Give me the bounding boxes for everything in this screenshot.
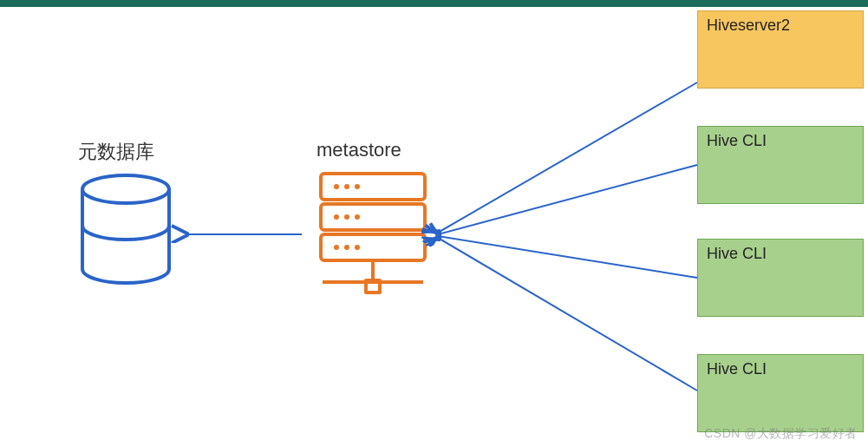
svg-point-7 <box>334 214 339 220</box>
svg-point-11 <box>344 245 349 250</box>
svg-line-20 <box>438 238 697 391</box>
server-icon <box>312 169 434 308</box>
svg-line-19 <box>438 236 697 278</box>
arrow-metastore-to-db <box>180 226 306 243</box>
svg-line-18 <box>438 165 697 234</box>
svg-point-12 <box>355 245 360 250</box>
watermark-text: CSDN @大数据学习爱好者 <box>704 426 858 442</box>
client-hive-cli-3: Hive CLI <box>697 354 864 432</box>
client-hiveserver2: Hiveserver2 <box>697 10 864 89</box>
client-hive-cli-1-label: Hive CLI <box>707 132 767 149</box>
client-hive-cli-2: Hive CLI <box>697 239 864 317</box>
svg-point-4 <box>334 184 339 189</box>
metastore-label: metastore <box>317 139 401 161</box>
client-hive-cli-3-label: Hive CLI <box>707 360 767 378</box>
client-hive-cli-1: Hive CLI <box>697 126 864 204</box>
svg-line-17 <box>438 82 697 233</box>
client-hiveserver2-label: Hiveserver2 <box>707 16 790 34</box>
top-accent-bar <box>0 0 868 7</box>
svg-point-8 <box>344 214 349 220</box>
svg-point-9 <box>355 214 360 220</box>
svg-point-10 <box>334 245 339 250</box>
client-hive-cli-2-label: Hive CLI <box>707 245 767 262</box>
svg-point-6 <box>355 184 360 189</box>
svg-point-0 <box>82 175 169 203</box>
database-label: 元数据库 <box>78 139 154 165</box>
database-icon <box>78 174 173 295</box>
svg-point-5 <box>344 184 349 189</box>
